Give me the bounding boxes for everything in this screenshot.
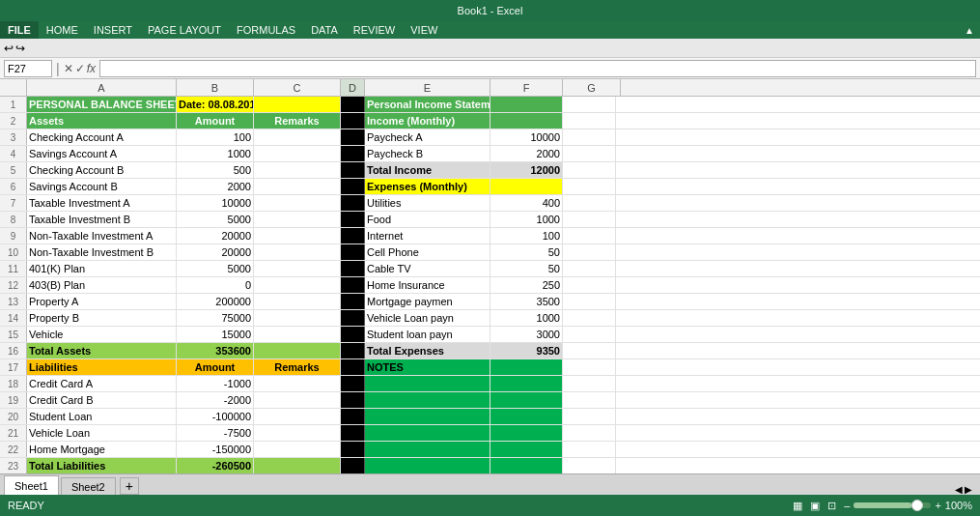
cell-e1[interactable]: Personal Income Statement (365, 97, 490, 112)
cell-a23[interactable]: Total Liabilities (27, 458, 177, 473)
cell-e16[interactable]: Total Expenses (365, 343, 490, 358)
ribbon-tab-page-layout[interactable]: PAGE LAYOUT (140, 22, 229, 38)
cell-d3[interactable] (341, 129, 365, 145)
cell-a9[interactable]: Non-Taxable Investment A (27, 228, 177, 244)
cell-b17[interactable]: Amount (177, 359, 254, 375)
cell-c9[interactable] (254, 228, 341, 244)
cell-a21[interactable]: Vehicle Loan (27, 425, 177, 441)
cell-b9[interactable]: 20000 (177, 228, 254, 244)
cell-g8[interactable] (563, 212, 616, 227)
cell-d15[interactable] (341, 327, 365, 342)
cell-f6[interactable] (490, 179, 563, 194)
cell-c1[interactable] (254, 97, 341, 112)
cell-e17[interactable]: NOTES (365, 359, 490, 375)
cell-g13[interactable] (563, 294, 616, 309)
cell-d8[interactable] (341, 212, 365, 227)
cell-c17[interactable]: Remarks (254, 359, 341, 375)
cell-c21[interactable] (254, 425, 341, 441)
cell-d17[interactable] (341, 359, 365, 375)
cell-c15[interactable] (254, 327, 341, 342)
cell-f5[interactable]: 12000 (490, 162, 563, 178)
cell-b20[interactable]: -100000 (177, 409, 254, 424)
cell-c18[interactable] (254, 376, 341, 391)
cell-b10[interactable]: 20000 (177, 244, 254, 260)
cell-a11[interactable]: 401(K) Plan (27, 261, 177, 276)
cell-c14[interactable] (254, 310, 341, 326)
cell-g22[interactable] (563, 442, 616, 457)
cell-g15[interactable] (563, 327, 616, 342)
cell-f3[interactable]: 10000 (490, 129, 563, 145)
cell-d19[interactable] (341, 392, 365, 408)
cell-a16[interactable]: Total Assets (27, 343, 177, 358)
cell-b2[interactable]: Amount (177, 113, 254, 129)
cell-a8[interactable]: Taxable Investment B (27, 212, 177, 227)
page-break-icon[interactable]: ⊡ (827, 500, 836, 512)
cell-e13[interactable]: Mortgage paymen (365, 294, 490, 309)
cell-g11[interactable] (563, 261, 616, 276)
scroll-tab-right[interactable]: ▶ (965, 484, 972, 495)
cell-e6[interactable]: Expenses (Monthly) (365, 179, 490, 194)
cell-g23[interactable] (563, 458, 616, 473)
cell-f17[interactable] (490, 359, 563, 375)
cell-f21[interactable] (490, 425, 563, 441)
cell-c20[interactable] (254, 409, 341, 424)
cell-b14[interactable]: 75000 (177, 310, 254, 326)
cell-d9[interactable] (341, 228, 365, 244)
cell-c5[interactable] (254, 162, 341, 178)
cell-e9[interactable]: Internet (365, 228, 490, 244)
cell-f1[interactable] (490, 97, 563, 112)
redo-icon[interactable]: ↪ (15, 42, 25, 55)
cell-c7[interactable] (254, 195, 341, 211)
cell-d7[interactable] (341, 195, 365, 211)
normal-view-icon[interactable]: ▦ (793, 500, 802, 512)
cell-f16[interactable]: 9350 (490, 343, 563, 358)
cell-g14[interactable] (563, 310, 616, 326)
cell-d23[interactable] (341, 458, 365, 473)
cell-a18[interactable]: Credit Card A (27, 376, 177, 391)
cell-b23[interactable]: -260500 (177, 458, 254, 473)
cell-c23[interactable] (254, 458, 341, 473)
cell-g20[interactable] (563, 409, 616, 424)
cell-e11[interactable]: Cable TV (365, 261, 490, 276)
cell-a17[interactable]: Liabilities (27, 359, 177, 375)
cell-e18[interactable] (365, 376, 490, 391)
cell-f13[interactable]: 3500 (490, 294, 563, 309)
cell-g4[interactable] (563, 146, 616, 161)
cell-c8[interactable] (254, 212, 341, 227)
cell-e5[interactable]: Total Income (365, 162, 490, 178)
cell-d18[interactable] (341, 376, 365, 391)
cell-b5[interactable]: 500 (177, 162, 254, 178)
cell-f14[interactable]: 1000 (490, 310, 563, 326)
cell-b4[interactable]: 1000 (177, 146, 254, 161)
ribbon-tab-review[interactable]: REVIEW (346, 22, 403, 38)
cell-b11[interactable]: 5000 (177, 261, 254, 276)
ribbon-collapse[interactable]: ▲ (965, 25, 980, 36)
cell-f2[interactable] (490, 113, 563, 129)
cell-a3[interactable]: Checking Account A (27, 129, 177, 145)
cell-f8[interactable]: 1000 (490, 212, 563, 227)
zoom-in-button[interactable]: + (935, 500, 940, 511)
cell-d5[interactable] (341, 162, 365, 178)
cell-f18[interactable] (490, 376, 563, 391)
cell-g1[interactable] (563, 97, 616, 112)
zoom-out-button[interactable]: – (844, 500, 850, 511)
page-layout-icon[interactable]: ▣ (810, 500, 820, 512)
cell-reference[interactable]: F27 (4, 60, 52, 77)
cell-g16[interactable] (563, 343, 616, 358)
ribbon-tab-insert[interactable]: INSERT (86, 22, 140, 38)
cell-e14[interactable]: Vehicle Loan payn (365, 310, 490, 326)
cell-c6[interactable] (254, 179, 341, 194)
cell-g10[interactable] (563, 244, 616, 260)
cell-f20[interactable] (490, 409, 563, 424)
cell-b16[interactable]: 353600 (177, 343, 254, 358)
cell-e19[interactable] (365, 392, 490, 408)
cell-a10[interactable]: Non-Taxable Investment B (27, 244, 177, 260)
cell-d6[interactable] (341, 179, 365, 194)
cell-c12[interactable] (254, 277, 341, 293)
cell-d22[interactable] (341, 442, 365, 457)
cell-b19[interactable]: -2000 (177, 392, 254, 408)
col-header-b[interactable]: B (177, 79, 254, 96)
cell-b18[interactable]: -1000 (177, 376, 254, 391)
cell-b8[interactable]: 5000 (177, 212, 254, 227)
cell-f19[interactable] (490, 392, 563, 408)
